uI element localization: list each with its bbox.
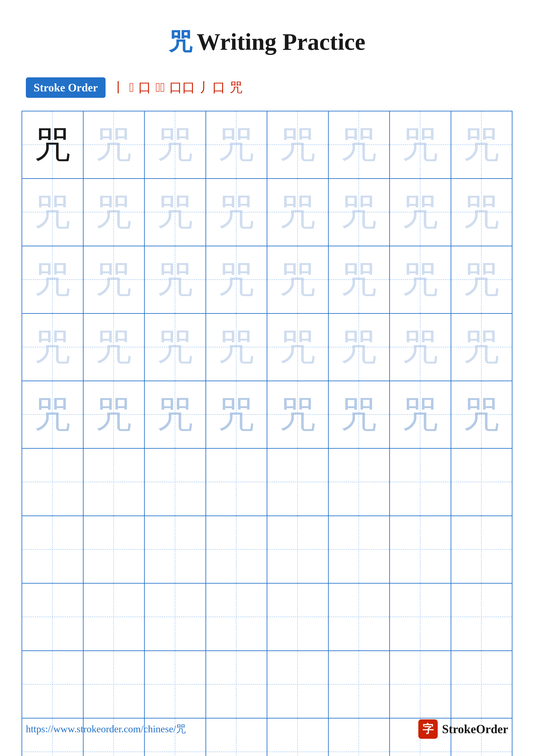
char-guide: 咒 [157,396,193,433]
grid-cell[interactable]: 咒 [206,246,267,313]
grid-cell[interactable]: 咒 [451,246,512,313]
grid-cell[interactable] [390,651,451,718]
grid-cell[interactable]: 咒 [206,111,267,178]
grid-cell[interactable]: 咒 [390,314,451,381]
footer-logo-text: StrokeOrder [442,722,508,736]
grid-cell[interactable]: 咒 [451,314,512,381]
grid-cell[interactable]: 咒 [267,381,329,448]
grid-cell[interactable]: 咒 [329,246,390,313]
grid-cell[interactable] [329,516,390,583]
grid-cell[interactable]: 咒 [145,381,206,448]
char-guide: 咒 [157,126,193,163]
grid-cell[interactable]: 咒 [267,314,329,381]
grid-cell[interactable] [451,651,512,718]
char-guide: 咒 [218,261,255,298]
grid-cell[interactable] [84,516,145,583]
grid-cell[interactable] [267,583,329,650]
grid-cell[interactable]: 咒 [451,111,512,178]
grid-cell[interactable]: 咒 [145,179,206,246]
grid-cell[interactable] [145,516,206,583]
stroke-order-section: Stroke Order 丨 𠃌 口 𠃑口 口口 丿口 咒 [0,71,534,104]
grid-cell[interactable] [329,583,390,650]
grid-cell[interactable]: 咒 [329,381,390,448]
grid-cell[interactable] [329,651,390,718]
grid-row-5: 咒 咒 咒 咒 咒 咒 咒 咒 [22,381,512,449]
grid-cell[interactable] [145,449,206,516]
grid-row-3: 咒 咒 咒 咒 咒 咒 咒 咒 [22,246,512,314]
grid-cell[interactable] [22,651,84,718]
grid-cell[interactable]: 咒 [267,246,329,313]
grid-cell[interactable] [206,516,267,583]
char-dark: 咒 [34,126,71,163]
char-guide: 咒 [341,194,377,230]
grid-cell[interactable]: 咒 [390,246,451,313]
grid-cell[interactable]: 咒 [451,381,512,448]
grid-cell[interactable]: 咒 [390,111,451,178]
grid-cell[interactable] [267,516,329,583]
char-guide: 咒 [402,194,439,230]
char-guide: 咒 [341,329,377,365]
grid-cell[interactable]: 咒 [84,381,145,448]
grid-cell[interactable]: 咒 [206,381,267,448]
footer-logo: 字 StrokeOrder [418,719,508,739]
grid-cell[interactable]: 咒 [22,246,84,313]
grid-row-6 [22,449,512,516]
grid-cell[interactable] [329,449,390,516]
grid-cell[interactable]: 咒 [206,179,267,246]
grid-cell[interactable] [390,516,451,583]
char-guide: 咒 [95,329,132,365]
grid-cell[interactable]: 咒 [390,381,451,448]
grid-cell[interactable] [206,651,267,718]
stroke-4: 𠃑口 [156,80,165,95]
grid-cell[interactable] [451,516,512,583]
grid-cell[interactable] [145,651,206,718]
grid-cell[interactable]: 咒 [451,179,512,246]
grid-cell[interactable]: 咒 [84,111,145,178]
char-guide: 咒 [95,126,132,163]
grid-cell[interactable] [84,583,145,650]
footer: https://www.strokeorder.com/chinese/咒 字 … [0,719,534,739]
grid-cell[interactable]: 咒 [329,314,390,381]
grid-cell[interactable]: 咒 [22,111,84,178]
grid-cell[interactable] [390,449,451,516]
grid-cell[interactable] [84,449,145,516]
char-guide: 咒 [402,329,439,365]
grid-cell[interactable]: 咒 [145,314,206,381]
char-guide: 咒 [402,261,439,298]
grid-cell[interactable]: 咒 [22,179,84,246]
grid-cell[interactable] [22,583,84,650]
grid-cell[interactable]: 咒 [145,111,206,178]
grid-cell[interactable]: 咒 [206,314,267,381]
grid-cell[interactable]: 咒 [329,179,390,246]
char-guide: 咒 [157,329,193,365]
grid-cell[interactable] [145,583,206,650]
grid-cell[interactable] [84,651,145,718]
grid-cell[interactable] [22,449,84,516]
grid-cell[interactable] [390,583,451,650]
grid-cell[interactable] [22,516,84,583]
grid-cell[interactable] [451,583,512,650]
grid-cell[interactable] [267,449,329,516]
grid-cell[interactable]: 咒 [267,179,329,246]
grid-cell[interactable]: 咒 [329,111,390,178]
footer-url[interactable]: https://www.strokeorder.com/chinese/咒 [26,722,186,736]
grid-row-4: 咒 咒 咒 咒 咒 咒 咒 咒 [22,314,512,381]
grid-cell[interactable] [206,449,267,516]
char-guide: 咒 [341,126,377,163]
grid-cell[interactable] [206,583,267,650]
grid-cell[interactable] [451,449,512,516]
char-guide: 咒 [279,194,316,230]
grid-cell[interactable]: 咒 [145,246,206,313]
grid-cell[interactable]: 咒 [84,179,145,246]
grid-cell[interactable]: 咒 [84,246,145,313]
grid-cell[interactable]: 咒 [84,314,145,381]
title-text: Writing Practice [197,29,365,55]
grid-cell[interactable] [267,651,329,718]
grid-cell[interactable]: 咒 [267,111,329,178]
grid-cell[interactable]: 咒 [390,179,451,246]
stroke-6: 丿口 [199,79,225,96]
char-guide: 咒 [95,261,132,298]
grid-cell[interactable]: 咒 [22,381,84,448]
char-guide: 咒 [463,194,500,230]
grid-cell[interactable]: 咒 [22,314,84,381]
